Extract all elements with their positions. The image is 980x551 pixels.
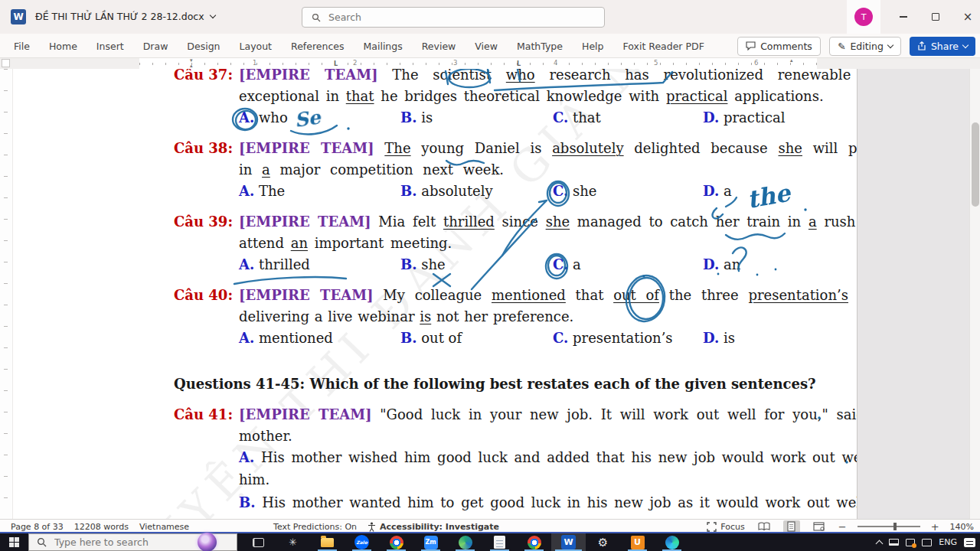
option-38-d[interactable]: D. a xyxy=(703,183,732,199)
question-40-options[interactable]: A. mentionedB. out ofC. presentation’sD.… xyxy=(239,330,828,350)
tray-laptop-icon[interactable] xyxy=(889,539,899,546)
chrome-icon[interactable] xyxy=(517,533,551,551)
tray-display-icon[interactable] xyxy=(922,539,932,546)
word-count[interactable]: 12208 words xyxy=(74,522,129,532)
notepad-icon[interactable] xyxy=(482,533,517,551)
notification-center-icon[interactable] xyxy=(964,538,975,547)
print-layout-button[interactable] xyxy=(783,520,800,533)
vertical-scrollbar[interactable] xyxy=(969,69,980,519)
document-title[interactable]: ĐỀ THI THỬ LẦN THỨ 2 28-12.docx xyxy=(35,11,215,22)
option-37-d[interactable]: D. practical xyxy=(703,109,785,126)
tab-stop-marker[interactable]: L xyxy=(334,60,338,67)
unikey-icon[interactable]: U xyxy=(620,533,655,551)
question-label-40[interactable]: Câu 40: xyxy=(174,287,233,303)
web-layout-button[interactable] xyxy=(811,520,828,533)
task-view-icon[interactable] xyxy=(241,533,276,551)
zalo-icon[interactable]: Zalo xyxy=(345,533,379,551)
question-40-line-2[interactable]: delivering a live webinar is not her pre… xyxy=(239,308,573,324)
answer-a-line-2[interactable]: him. xyxy=(239,471,270,487)
question-41-line-2[interactable]: mother. xyxy=(239,428,292,444)
app-icon-dark[interactable]: ✳ xyxy=(276,533,310,551)
text-predictions[interactable]: Text Predictions: On xyxy=(273,522,357,532)
ribbon-tab-help[interactable]: Help xyxy=(582,41,604,52)
right-indent-marker[interactable]: ▴ xyxy=(790,58,793,64)
close-button[interactable]: × xyxy=(952,0,980,34)
taskbar-search-input[interactable] xyxy=(53,536,191,549)
ribbon-tab-file[interactable]: File xyxy=(14,41,30,52)
edge-icon[interactable] xyxy=(655,533,689,551)
word-icon[interactable]: W xyxy=(551,533,586,551)
section-header[interactable]: Questions 41-45: Which of the following … xyxy=(174,376,816,392)
scrollbar-thumb[interactable] xyxy=(972,122,979,207)
question-39-line-2[interactable]: attend an important meeting. xyxy=(239,235,452,251)
accessibility-status[interactable]: Accessibility: Investigate xyxy=(368,522,499,532)
option-38-c[interactable]: C. she xyxy=(553,183,597,199)
document-page[interactable]: LUYỆN THI ĐÁNH GIÁ NĂNG LỰC Câu 37:[EMPI… xyxy=(0,69,858,519)
ribbon-tab-layout[interactable]: Layout xyxy=(240,41,273,52)
zoom-level[interactable]: 140% xyxy=(950,522,974,532)
zoom-in-button[interactable]: + xyxy=(931,521,939,533)
question-40-line-1[interactable]: [EMPIRE TEAM] My colleague mentioned tha… xyxy=(239,287,858,303)
question-label-39[interactable]: Câu 39: xyxy=(174,214,233,230)
tab-stop-marker[interactable]: L xyxy=(517,60,521,67)
ribbon-tab-draw[interactable]: Draw xyxy=(143,41,168,52)
ribbon-tab-insert[interactable]: Insert xyxy=(96,41,124,52)
question-41-line-1[interactable]: [EMPIRE TEAM] "Good luck in your new job… xyxy=(239,406,858,422)
answer-a-line-1[interactable]: A. His mother wished him good luck and a… xyxy=(239,449,858,465)
ribbon-tab-mathtype[interactable]: MathType xyxy=(517,41,563,52)
minimize-button[interactable] xyxy=(888,0,919,34)
read-mode-button[interactable] xyxy=(756,520,773,533)
horizontal-ruler[interactable]: 123456 xyxy=(0,58,980,69)
focus-button[interactable]: Focus xyxy=(707,522,744,532)
option-37-b[interactable]: B. is xyxy=(400,109,433,126)
language-switcher[interactable]: ENG xyxy=(939,537,957,547)
zoom-meeting-icon[interactable]: Zm xyxy=(413,533,448,551)
question-38-line-1[interactable]: [EMPIRE TEAM] The young Daniel is absolu… xyxy=(239,140,858,156)
option-39-a[interactable]: A. thrilled xyxy=(239,256,310,272)
page-indicator[interactable]: Page 8 of 33 xyxy=(11,522,64,532)
question-39-options[interactable]: A. thrilledB. sheC. aD. an xyxy=(239,256,828,276)
tray-expand-icon[interactable] xyxy=(876,540,884,547)
ribbon-tab-review[interactable]: Review xyxy=(422,41,456,52)
ribbon-tab-design[interactable]: Design xyxy=(187,41,220,52)
question-39-line-1[interactable]: [EMPIRE TEAM] Mia felt thrilled since sh… xyxy=(239,214,858,230)
settings-gear-icon[interactable]: ⚙ xyxy=(586,533,620,551)
option-40-b[interactable]: B. out of xyxy=(400,330,462,346)
coccoc-browser-icon[interactable] xyxy=(379,533,413,551)
file-explorer-icon[interactable] xyxy=(310,533,345,551)
zoom-slider[interactable] xyxy=(858,526,920,527)
language-indicator[interactable]: Vietnamese xyxy=(139,522,189,532)
tray-update-icon[interactable] xyxy=(906,539,915,546)
question-label-37[interactable]: Câu 37: xyxy=(174,69,233,83)
question-37-options[interactable]: A. whoB. isC. thatD. practical xyxy=(239,109,828,129)
ribbon-tab-foxit-reader-pdf[interactable]: Foxit Reader PDF xyxy=(623,41,704,52)
question-38-line-2[interactable]: in a major competition next week. xyxy=(239,161,504,178)
editing-mode-button[interactable]: ✎ Editing xyxy=(829,37,901,56)
option-37-a[interactable]: A. who xyxy=(239,109,288,126)
comments-button[interactable]: Comments xyxy=(737,37,821,56)
question-37-line-2[interactable]: exceptional in that he bridges theoretic… xyxy=(239,88,824,104)
option-39-c[interactable]: C. a xyxy=(553,256,581,272)
question-label-41[interactable]: Câu 41: xyxy=(174,406,233,422)
option-38-a[interactable]: A. The xyxy=(239,183,285,199)
option-40-d[interactable]: D. is xyxy=(703,330,735,346)
question-38-options[interactable]: A. TheB. absolutelyC. sheD. a xyxy=(239,183,828,203)
ribbon-tab-home[interactable]: Home xyxy=(49,41,77,52)
option-38-b[interactable]: B. absolutely xyxy=(400,183,493,199)
zoom-slider-thumb[interactable] xyxy=(893,523,897,530)
browser-icon[interactable] xyxy=(448,533,482,551)
maximize-button[interactable] xyxy=(920,0,951,34)
ribbon-tab-mailings[interactable]: Mailings xyxy=(364,41,403,52)
zoom-out-button[interactable]: − xyxy=(838,521,847,533)
question-37-line-1[interactable]: [EMPIRE TEAM] The scientist who research… xyxy=(239,69,858,83)
question-label-38[interactable]: Câu 38: xyxy=(174,140,233,156)
search-input[interactable] xyxy=(327,11,557,24)
option-37-c[interactable]: C. that xyxy=(553,109,601,126)
option-39-b[interactable]: B. she xyxy=(400,256,446,272)
titlebar-search[interactable] xyxy=(302,7,605,28)
ribbon-tab-view[interactable]: View xyxy=(475,41,498,52)
start-button[interactable] xyxy=(0,533,28,551)
ribbon-tab-references[interactable]: References xyxy=(291,41,344,52)
option-40-c[interactable]: C. presentation’s xyxy=(553,330,673,346)
indent-marker[interactable]: ▾▴ xyxy=(190,58,193,69)
